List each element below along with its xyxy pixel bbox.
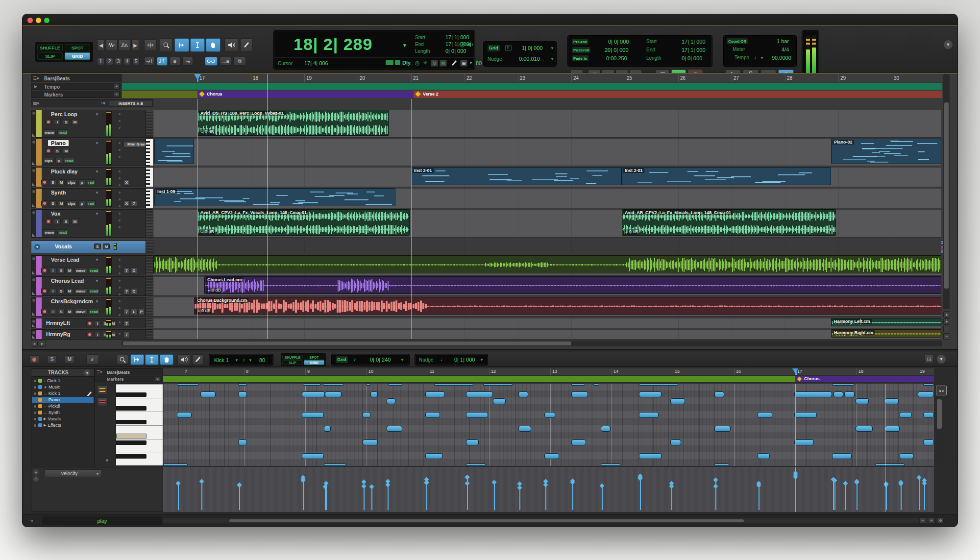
- send-chip[interactable]: P: [138, 309, 145, 315]
- clip-harmony_r[interactable]: Harmony Right.cm: [831, 329, 941, 338]
- main-vscrollbar[interactable]: [943, 74, 950, 309]
- midi-track-item-synth[interactable]: ⌙Synth: [32, 410, 94, 415]
- velocity-stem[interactable]: [201, 481, 202, 510]
- pre-roll-value[interactable]: 0| 0| 000: [608, 39, 629, 45]
- speaker-icon[interactable]: [467, 42, 474, 48]
- midi-chorus-marker-label[interactable]: Chorus: [804, 376, 820, 381]
- velocity-stem[interactable]: [239, 485, 240, 510]
- velocity-stem[interactable]: [303, 480, 304, 510]
- track-zoom-strip[interactable]: [146, 241, 153, 253]
- mini-keyboard[interactable]: [146, 188, 153, 208]
- midi-note[interactable]: [923, 439, 934, 445]
- zoom-out-arrow-button[interactable]: ◀: [97, 39, 105, 51]
- midi-note[interactable]: [670, 439, 681, 445]
- velocity-diamond[interactable]: [517, 482, 522, 487]
- insert-chip[interactable]: 7: [131, 200, 137, 207]
- midi-note[interactable]: [466, 391, 493, 397]
- velocity-lane[interactable]: [163, 467, 934, 512]
- track-name[interactable]: Vocals: [55, 243, 72, 249]
- insertion-follows-icon[interactable]: ⇥: [29, 518, 33, 523]
- track-zoom-strip[interactable]: [146, 329, 153, 340]
- velocity-stem[interactable]: [519, 484, 520, 510]
- track-options-caret[interactable]: ▼: [95, 299, 99, 304]
- midi-note[interactable]: [900, 453, 913, 459]
- velocity-diamond[interactable]: [543, 479, 548, 484]
- velocity-stem[interactable]: [919, 477, 920, 510]
- I-button[interactable]: I: [94, 320, 101, 326]
- velocity-diamond[interactable]: [600, 484, 605, 488]
- M-button[interactable]: M: [58, 200, 65, 206]
- folder-collapse-icon[interactable]: ▼: [34, 244, 40, 250]
- post-roll-toggle[interactable]: Post-roll: [572, 47, 590, 53]
- record-enable-button[interactable]: [41, 200, 48, 206]
- track-name[interactable]: Vox: [48, 211, 63, 217]
- midi-note[interactable]: [238, 384, 247, 386]
- red-button[interactable]: red: [87, 179, 96, 185]
- midi-window-grid-button[interactable]: ⊡: [924, 355, 934, 364]
- send-chip[interactable]: C: [131, 268, 137, 274]
- velocity-stem[interactable]: [640, 477, 641, 510]
- midi-note[interactable]: [875, 463, 905, 466]
- track-header-hrmnylft[interactable]: HrmnyLft I S M 7: [31, 318, 153, 328]
- titlebar[interactable]: [23, 14, 957, 26]
- track-zoom-strip[interactable]: [146, 209, 153, 238]
- velocity-stem[interactable]: [886, 485, 887, 510]
- midi-zoom-h-minus[interactable]: −: [919, 517, 926, 524]
- midi-note[interactable]: [434, 384, 473, 386]
- read-button[interactable]: read: [89, 288, 100, 294]
- clock-icon[interactable]: [459, 42, 465, 48]
- zoom-preset-5[interactable]: 5: [132, 58, 140, 65]
- track-options-caret[interactable]: ▼: [95, 191, 99, 195]
- scroll-left-button[interactable]: ◂: [31, 341, 38, 347]
- quarter-note-icon[interactable]: ♩: [754, 54, 760, 60]
- track-zoom-strip[interactable]: [146, 255, 153, 275]
- midi-note[interactable]: [833, 391, 843, 397]
- clip-perc[interactable]: Avid_OS_RS_100_Perc_Loop_Vybez-01⏚ 0 dB: [197, 110, 389, 136]
- notation-view-button[interactable]: ♬: [86, 354, 99, 365]
- record-enable-button[interactable]: [45, 119, 52, 125]
- midi-note[interactable]: [758, 453, 770, 459]
- pre-roll-toggle[interactable]: Pre-roll: [572, 39, 588, 45]
- zoom-preset-4[interactable]: 4: [123, 58, 131, 65]
- velocity-stem[interactable]: [364, 482, 365, 510]
- grid-value[interactable]: 1| 0| 000: [522, 45, 542, 51]
- folder-mute-button[interactable]: M: [103, 243, 110, 249]
- grid-toggle[interactable]: Grid: [488, 45, 500, 51]
- audio-zoom-button[interactable]: [106, 39, 118, 51]
- midi-note[interactable]: [601, 426, 611, 432]
- track-header-chorus-lead[interactable]: Chorus Lead▼ I S M wave read 7C: [31, 276, 153, 296]
- midi-selector-button[interactable]: [145, 354, 159, 365]
- track-view-icon[interactable]: ▦▾: [33, 101, 39, 106]
- midi-note[interactable]: [832, 384, 855, 386]
- velocity-diamond[interactable]: [176, 481, 181, 486]
- velocity-stem[interactable]: [371, 487, 372, 510]
- zoom-preset-2[interactable]: 2: [106, 58, 113, 65]
- zoom-preset-1[interactable]: 1: [97, 58, 104, 65]
- M-button[interactable]: M: [63, 148, 70, 154]
- post-roll-value[interactable]: 20| 0| 000: [605, 47, 629, 53]
- track-header-verse-lead[interactable]: Verse Lead▼ I S M wave read 7C: [31, 255, 153, 275]
- block-chip-icon[interactable]: [395, 60, 400, 65]
- midi-zoom-button[interactable]: [119, 39, 130, 51]
- send-chip[interactable]: 7: [123, 320, 130, 327]
- note-lines-button[interactable]: [97, 386, 108, 394]
- p-button[interactable]: p: [78, 200, 85, 206]
- read-button[interactable]: read: [57, 229, 69, 235]
- clip-inst1[interactable]: Inst 1-09: [154, 188, 395, 206]
- midi-grid-value[interactable]: 0| 0| 240: [370, 357, 391, 363]
- velocity-stem[interactable]: [845, 483, 846, 510]
- insertion-follows-button[interactable]: ⇥: [182, 57, 193, 66]
- midi-note[interactable]: [639, 384, 678, 386]
- send-chip[interactable]: 7: [123, 309, 130, 315]
- track-header-synth[interactable]: Synth▼ S M clps p red X7: [31, 188, 153, 208]
- midi-note[interactable]: [366, 384, 370, 386]
- wave-button[interactable]: wave: [74, 309, 87, 315]
- M-button[interactable]: M: [66, 309, 73, 315]
- add-marker-button[interactable]: +: [114, 92, 120, 97]
- midi-note[interactable]: [518, 426, 531, 432]
- markers-ruler-label[interactable]: Markers +: [31, 91, 122, 98]
- track-options-caret[interactable]: ▼: [95, 112, 99, 117]
- midi-note[interactable]: [493, 398, 506, 404]
- midi-note[interactable]: [324, 463, 346, 466]
- midi-note[interactable]: [714, 463, 729, 466]
